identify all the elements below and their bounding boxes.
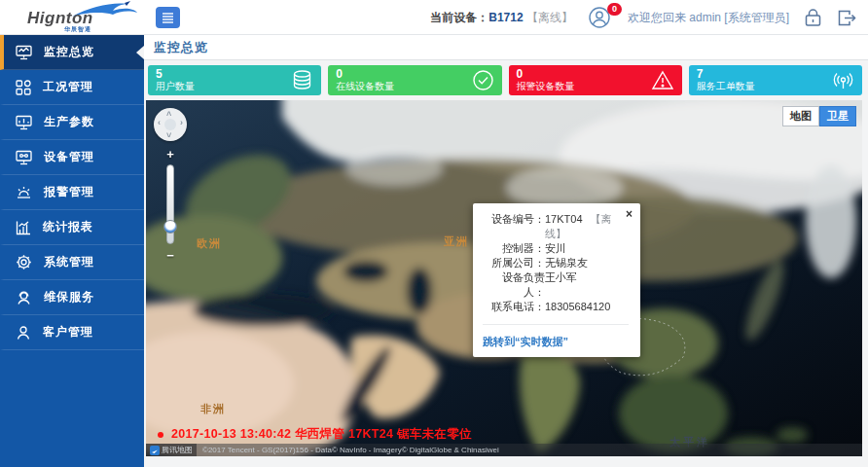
logout-icon <box>837 9 856 27</box>
popup-row-controller: 控制器： 安川 <box>483 241 629 256</box>
tencent-map-logo: 腾讯地图 <box>146 444 197 456</box>
user-notifications-button[interactable]: 0 <box>588 6 613 29</box>
pan-center[interactable] <box>164 119 176 130</box>
check-circle-icon <box>472 69 494 91</box>
sidebar-item-label: 系统管理 <box>44 254 94 270</box>
popup-row-owner: 设备负责人： 王小军 <box>483 270 629 300</box>
sidebar-item-label: 统计报表 <box>43 219 93 235</box>
main-content: 监控总览 5 用户数量 0 在线设备数量 0 报警设备数量 <box>144 35 868 467</box>
sidebar-item-alarm-mgmt[interactable]: 报警管理 <box>0 175 144 210</box>
sidebar-item-monitor-overview[interactable]: 监控总览 <box>0 35 144 70</box>
current-device-info: 当前设备：B1712 【离线】 <box>430 10 573 26</box>
sidebar-item-production-params[interactable]: 生产参数 <box>0 105 144 140</box>
sidebar-item-condition-mgmt[interactable]: 工况管理 <box>0 70 144 105</box>
stat-card-work-orders: 7 服务工单数量 <box>689 65 862 95</box>
monitor-overview-icon <box>16 45 32 60</box>
attribution-text: ©2017 Tencent - GS(2017)156 - Data© NavI… <box>202 446 499 454</box>
tencent-logo-icon <box>150 446 160 455</box>
lock-icon <box>804 8 822 27</box>
sidebar-item-label: 报警管理 <box>44 184 94 200</box>
sidebar-item-label: 工况管理 <box>43 79 93 95</box>
map-attribution-bar: 腾讯地图 ©2017 Tencent - GS(2017)156 - Data©… <box>146 444 862 456</box>
popup-row-label: 联系电话： <box>483 300 545 314</box>
sidebar-item-label: 生产参数 <box>44 114 94 130</box>
realtime-data-link[interactable]: 跳转到“实时数据” <box>483 336 568 347</box>
popup-row-label: 设备负责人： <box>483 270 545 300</box>
popup-close-button[interactable]: × <box>626 208 633 220</box>
monitor-device-icon <box>16 150 32 165</box>
lock-screen-button[interactable] <box>804 8 822 27</box>
logout-button[interactable] <box>837 9 856 27</box>
signal-tower-icon <box>832 69 854 91</box>
map-label-asia: 亚洲 <box>444 234 469 249</box>
menu-list-icon <box>162 12 174 23</box>
popup-row-value: 17KT04【离线】 <box>545 212 629 241</box>
sidebar-item-customer-mgmt[interactable]: 客户管理 <box>0 315 144 350</box>
sidebar-item-label: 设备管理 <box>44 149 94 165</box>
current-device-value: B1712 <box>488 11 523 24</box>
sidebar-toggle-button[interactable] <box>156 7 180 28</box>
grid-icon <box>16 80 31 95</box>
pan-down-icon[interactable]: ˅ <box>166 130 171 140</box>
page-title-bar: 监控总览 <box>144 35 868 60</box>
popup-divider <box>483 324 629 325</box>
stat-label: 服务工单数量 <box>697 81 854 92</box>
username-label: admin [系统管理员] <box>689 11 789 24</box>
zoom-slider-track[interactable] <box>166 164 174 244</box>
stat-label: 在线设备数量 <box>336 81 493 92</box>
tencent-logo-text: 腾讯地图 <box>162 445 193 455</box>
notification-badge: 0 <box>607 3 622 16</box>
popup-row-label: 控制器： <box>483 241 545 256</box>
app-window: Hignton 华辰智通 当前设备：B1712 【离线】 0 欢迎您回来 adm… <box>0 0 868 467</box>
current-device-label: 当前设备： <box>430 11 488 24</box>
logo-subtext: 华辰智通 <box>64 25 91 34</box>
map-label-africa: 非洲 <box>200 402 226 416</box>
popup-row-value: 无锡泉友 <box>545 256 629 270</box>
stat-card-online-devices: 0 在线设备数量 <box>328 65 501 95</box>
pan-left-icon[interactable]: ‹ <box>158 118 161 127</box>
pan-up-icon[interactable]: ˄ <box>166 109 171 119</box>
sidebar-item-maintenance-service[interactable]: 维保服务 <box>0 280 144 315</box>
monitor-chart-icon <box>16 115 32 130</box>
warning-triangle-icon <box>651 69 674 91</box>
zoom-out-button[interactable]: − <box>166 249 174 263</box>
popup-row-value: 王小军 <box>545 270 629 300</box>
map-label-europe: 欧洲 <box>197 236 222 251</box>
stat-value: 0 <box>336 67 493 81</box>
stat-card-alarm-devices: 0 报警设备数量 <box>509 65 682 95</box>
popup-row-label: 设备编号： <box>483 212 545 241</box>
zoom-slider-knob[interactable] <box>163 220 177 234</box>
zoom-in-button[interactable]: + <box>166 148 174 162</box>
popup-row-value: 18305684120 <box>545 300 629 314</box>
welcome-text: 欢迎您回来 admin [系统管理员] <box>628 10 789 26</box>
stat-cards-row: 5 用户数量 0 在线设备数量 0 报警设备数量 <box>144 60 868 100</box>
alarm-ticker-text: 2017-10-13 13:40:42 华西焊管 17KT24 锯车未在零位 <box>171 426 472 443</box>
person-icon <box>16 325 31 341</box>
sidebar-item-statistics-reports[interactable]: 统计报表 <box>0 210 144 245</box>
header-right-cluster: 当前设备：B1712 【离线】 0 欢迎您回来 admin [系统管理员] <box>430 0 856 35</box>
alarm-icon <box>16 185 32 200</box>
alert-dot-icon <box>158 432 163 438</box>
map-type-switch: 地图 卫星 <box>782 106 856 126</box>
satellite-mode-button[interactable]: 卫星 <box>819 106 856 126</box>
pan-right-icon[interactable]: › <box>180 118 183 127</box>
stat-value: 5 <box>156 67 313 81</box>
map-mode-button[interactable]: 地图 <box>782 106 819 126</box>
map-pan-control[interactable]: ˄ ˅ ‹ › <box>154 108 187 141</box>
gear-icon <box>16 254 32 270</box>
sidebar-item-device-mgmt[interactable]: 设备管理 <box>0 140 144 175</box>
map-zoom-control: + − <box>161 145 180 264</box>
world-map[interactable]: 欧洲 亚洲 非洲 中 国 太平洋 ˄ ˅ ‹ › + − <box>146 100 862 456</box>
device-info-popup: × 设备编号： 17KT04【离线】 控制器： 安川 所属公司： 无锡泉友 设备… <box>473 203 640 357</box>
alarm-ticker: 2017-10-13 13:40:42 华西焊管 17KT24 锯车未在零位 <box>158 426 472 443</box>
popup-row-company: 所属公司： 无锡泉友 <box>483 256 629 270</box>
sidebar-item-system-mgmt[interactable]: 系统管理 <box>0 245 144 280</box>
bar-chart-icon <box>16 220 31 235</box>
stat-value: 7 <box>697 67 854 81</box>
popup-row-value: 安川 <box>545 241 629 256</box>
database-icon <box>291 69 313 91</box>
sidebar-item-label: 客户管理 <box>43 324 93 341</box>
page-title: 监控总览 <box>154 39 208 56</box>
popup-row-label: 所属公司： <box>483 256 545 270</box>
top-header: Hignton 华辰智通 当前设备：B1712 【离线】 0 欢迎您回来 adm… <box>0 0 868 35</box>
